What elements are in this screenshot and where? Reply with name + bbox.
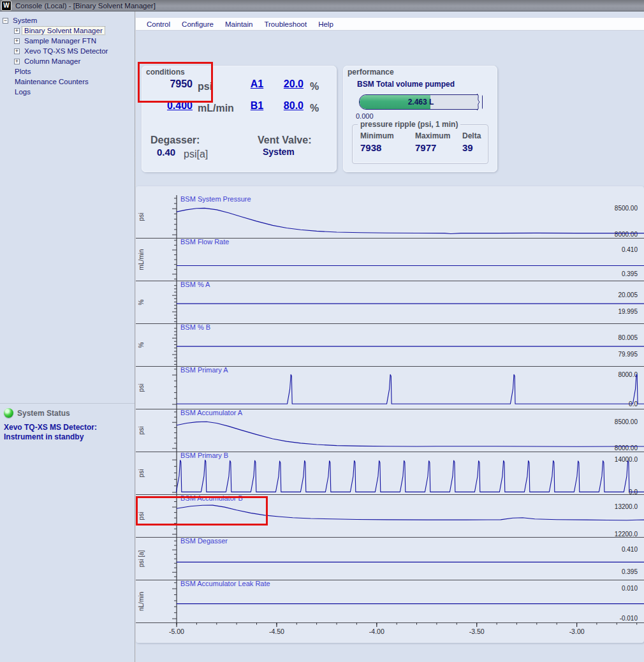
- chart-trace-svg: [177, 238, 644, 281]
- ripple-col-value: 39: [462, 142, 481, 153]
- ripple-maximum: Maximum7977: [415, 131, 450, 153]
- ripple-col-header: Delta: [462, 131, 481, 140]
- flow-rate-link[interactable]: 0.400: [150, 100, 193, 112]
- ripple-delta: Delta39: [462, 131, 481, 153]
- ripple-minimum: Minimum7938: [360, 131, 394, 153]
- performance-title: performance: [348, 68, 394, 77]
- pressure-ripple-groupbox: pressure ripple (psi, 1 min) Minimum7938…: [352, 124, 488, 164]
- menu-maintain[interactable]: Maintain: [219, 20, 258, 28]
- conditions-panel: conditions 7950 psi 0.400 mL/min A1 20.0…: [142, 66, 337, 172]
- system-status-section: System Status Xevo TQ-XS MS Detector: In…: [0, 403, 135, 442]
- menu-troubleshoot[interactable]: Troubleshoot: [258, 20, 312, 28]
- status-message: Xevo TQ-XS MS Detector: Instrument in st…: [4, 423, 131, 442]
- chart-trace-svg: [177, 409, 644, 452]
- progressbar-min-label: 0.000: [356, 112, 374, 120]
- tree-item-sample-manager-ftn[interactable]: +Sample Manager FTN: [0, 36, 135, 46]
- chart-strip-bsm-primary-a: psi8000.00.0BSM Primary A: [136, 366, 644, 409]
- chart-label: BSM Primary B: [180, 452, 228, 459]
- solvent-a-channel-link[interactable]: A1: [249, 78, 265, 90]
- svg-text:-3.00: -3.00: [569, 628, 585, 635]
- solvent-a-percent-link[interactable]: 20.0: [275, 78, 304, 90]
- menu-control[interactable]: Control: [141, 20, 176, 28]
- chart-trace-svg: [177, 281, 644, 323]
- system-pressure-value: 7950: [150, 78, 193, 90]
- chart-strip-bsm-accumulator-leak-rate: nL/min0.010-0.010BSM Accumulator Leak Ra…: [136, 580, 644, 623]
- solvent-b-channel-link[interactable]: B1: [249, 100, 265, 112]
- conditions-title: conditions: [146, 68, 185, 77]
- chart-trace-svg: [177, 537, 644, 580]
- pressure-ripple-title: pressure ripple (psi, 1 min): [358, 120, 460, 129]
- expand-icon[interactable]: +: [14, 38, 20, 44]
- x-axis: -5.00-4.50-4.00-3.50-3.00: [136, 622, 644, 639]
- chart-strip-bsm-system-pressure: psi8500.008000.00BSM System Pressure: [136, 195, 644, 239]
- tree-item-system[interactable]: −System: [0, 15, 135, 26]
- window-title: Console (Local) - [Binary Solvent Manage…: [15, 2, 156, 10]
- system-tree: −System+Binary Solvent Manager+Sample Ma…: [0, 15, 135, 97]
- expand-icon[interactable]: +: [14, 48, 20, 54]
- tree-item-label: Column Manager: [22, 57, 82, 65]
- tree-item-column-manager[interactable]: +Column Manager: [0, 56, 135, 66]
- degasser-unit: psi[a]: [184, 149, 208, 160]
- chart-label: BSM % A: [180, 281, 210, 288]
- chart-strip-bsm-a: %20.00519.995BSM % A: [136, 281, 644, 324]
- progressbar-torn-edge: [476, 94, 482, 110]
- waters-app-icon: W: [1, 1, 11, 11]
- console-window: W Console (Local) - [Binary Solvent Mana…: [0, 0, 644, 662]
- titlebar: W Console (Local) - [Binary Solvent Mana…: [0, 0, 644, 11]
- tree-item-label: System: [11, 17, 39, 24]
- chart-trace-svg: [177, 366, 644, 409]
- tree-item-logs[interactable]: Logs: [0, 87, 135, 97]
- chart-label: BSM Accumulator B: [180, 494, 243, 502]
- tree-item-maintenance-counters[interactable]: Maintenance Counters: [0, 77, 135, 87]
- chart-strip-bsm-flow-rate: mL/min0.4100.395BSM Flow Rate: [136, 238, 644, 281]
- tree-item-label: Plots: [13, 68, 33, 75]
- expand-icon[interactable]: +: [14, 28, 20, 34]
- ripple-col-value: 7938: [360, 142, 394, 153]
- chart-label: BSM Accumulator Leak Rate: [180, 580, 270, 587]
- chart-strip-bsm-degasser: psi [a]0.4100.395BSM Degasser: [136, 537, 644, 580]
- total-volume-label: BSM Total volume pumped: [357, 80, 455, 89]
- solvent-b-unit: %: [310, 103, 319, 114]
- expand-icon[interactable]: +: [14, 59, 20, 64]
- y-axis-unit-label: psi [a]: [138, 550, 145, 567]
- tree-item-label: Xevo TQ-XS MS Detector: [22, 47, 110, 55]
- y-axis-unit-label: psi: [138, 383, 145, 392]
- menu-configure[interactable]: Configure: [176, 20, 219, 28]
- chart-label: BSM Flow Rate: [180, 238, 229, 246]
- chart-label: BSM Accumulator A: [180, 409, 242, 416]
- menu-help[interactable]: Help: [312, 20, 339, 28]
- svg-text:-3.50: -3.50: [469, 628, 485, 635]
- chart-trace-svg: [177, 323, 644, 366]
- y-axis-unit-label: %: [138, 299, 145, 305]
- tree-item-label: Logs: [13, 88, 33, 96]
- svg-text:-5.00: -5.00: [169, 628, 184, 635]
- y-axis-unit-label: psi: [138, 469, 145, 477]
- tree-item-label: Binary Solvent Manager: [22, 27, 105, 34]
- chart-trace-svg: [177, 452, 644, 494]
- tree-item-plots[interactable]: Plots: [0, 66, 135, 77]
- solvent-b-percent-link[interactable]: 80.0: [275, 100, 304, 112]
- chart-strip-bsm-primary-b: psi14000.00.0BSM Primary B: [136, 452, 644, 495]
- sidebar: −System+Binary Solvent Manager+Sample Ma…: [0, 11, 135, 662]
- progressbar-value: 2.463 L: [360, 98, 482, 107]
- tree-item-binary-solvent-manager[interactable]: +Binary Solvent Manager: [0, 26, 135, 36]
- status-title: System Status: [17, 409, 70, 418]
- solvent-a-unit: %: [310, 81, 319, 92]
- tree-item-xevo-tq-xs-ms-detector[interactable]: +Xevo TQ-XS MS Detector: [0, 46, 135, 56]
- ripple-col-header: Minimum: [360, 131, 394, 140]
- vent-valve-value: System: [263, 147, 295, 157]
- y-axis-unit-label: mL/min: [138, 249, 145, 270]
- main-area: ControlConfigureMaintainTroubleshootHelp…: [136, 11, 644, 662]
- y-axis-unit-label: %: [138, 342, 145, 348]
- degasser-value: 0.40: [157, 147, 175, 158]
- svg-text:-4.50: -4.50: [269, 628, 284, 635]
- total-volume-progressbar: 2.463 L: [359, 94, 483, 110]
- chart-label: BSM Primary A: [180, 366, 228, 374]
- y-axis-unit-label: psi: [138, 511, 145, 520]
- svg-text:-4.00: -4.00: [369, 628, 384, 635]
- y-axis-unit-label: psi: [138, 426, 145, 434]
- chart-trace-svg: [177, 494, 644, 537]
- collapse-icon[interactable]: −: [3, 18, 8, 24]
- vent-valve-label: Vent Valve:: [258, 135, 312, 146]
- status-ok-icon: [4, 408, 13, 418]
